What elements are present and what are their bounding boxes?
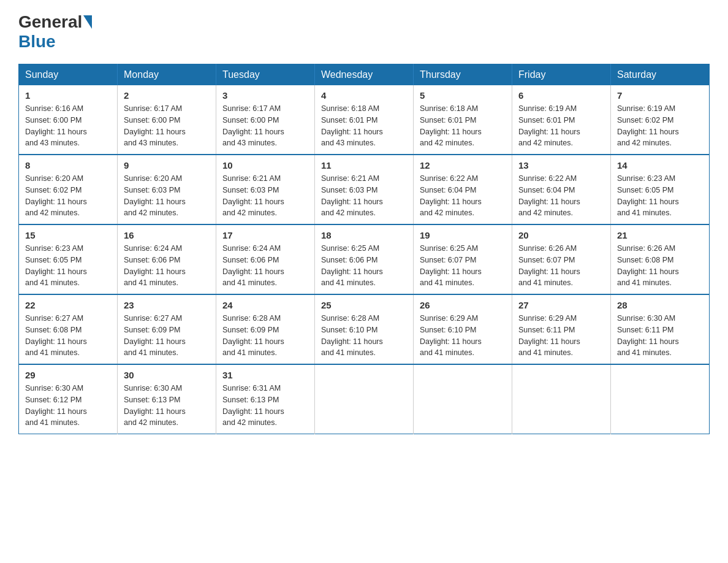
day-number: 19	[420, 230, 506, 240]
logo-general-text: General	[18, 12, 82, 32]
day-info: Sunrise: 6:30 AMSunset: 6:11 PMDaylight:…	[617, 313, 703, 359]
calendar-week-row: 22Sunrise: 6:27 AMSunset: 6:08 PMDayligh…	[19, 294, 710, 364]
calendar-week-row: 8Sunrise: 6:20 AMSunset: 6:02 PMDaylight…	[19, 155, 710, 224]
day-info: Sunrise: 6:24 AMSunset: 6:06 PMDaylight:…	[124, 243, 210, 289]
day-number: 18	[321, 230, 407, 240]
day-number: 5	[420, 90, 506, 101]
page-header: General Blue	[18, 12, 710, 52]
day-number: 8	[25, 160, 111, 170]
day-number: 6	[518, 90, 604, 101]
day-number: 11	[321, 160, 407, 170]
calendar-cell: 11Sunrise: 6:21 AMSunset: 6:03 PMDayligh…	[315, 155, 414, 224]
day-number: 7	[617, 90, 703, 101]
day-number: 23	[124, 300, 210, 310]
calendar-cell: 28Sunrise: 6:30 AMSunset: 6:11 PMDayligh…	[611, 294, 710, 364]
calendar-cell: 14Sunrise: 6:23 AMSunset: 6:05 PMDayligh…	[611, 155, 710, 224]
day-info: Sunrise: 6:18 AMSunset: 6:01 PMDaylight:…	[321, 103, 407, 149]
day-info: Sunrise: 6:25 AMSunset: 6:07 PMDaylight:…	[420, 243, 506, 289]
calendar-cell: 18Sunrise: 6:25 AMSunset: 6:06 PMDayligh…	[315, 224, 414, 294]
day-info: Sunrise: 6:28 AMSunset: 6:10 PMDaylight:…	[321, 313, 407, 359]
day-number: 31	[222, 370, 308, 380]
calendar-cell	[414, 364, 512, 434]
calendar-cell: 30Sunrise: 6:30 AMSunset: 6:13 PMDayligh…	[118, 364, 216, 434]
calendar-cell	[512, 364, 611, 434]
day-number: 3	[222, 90, 308, 101]
day-number: 28	[617, 300, 703, 310]
day-number: 16	[124, 230, 210, 240]
day-number: 13	[518, 160, 604, 170]
day-info: Sunrise: 6:19 AMSunset: 6:01 PMDaylight:…	[518, 103, 604, 149]
day-info: Sunrise: 6:19 AMSunset: 6:02 PMDaylight:…	[617, 103, 703, 149]
calendar-cell	[315, 364, 414, 434]
calendar-cell: 19Sunrise: 6:25 AMSunset: 6:07 PMDayligh…	[414, 224, 512, 294]
day-info: Sunrise: 6:18 AMSunset: 6:01 PMDaylight:…	[420, 103, 506, 149]
calendar-cell: 26Sunrise: 6:29 AMSunset: 6:10 PMDayligh…	[414, 294, 512, 364]
calendar-cell: 17Sunrise: 6:24 AMSunset: 6:06 PMDayligh…	[216, 224, 315, 294]
day-number: 29	[25, 370, 111, 380]
calendar-header-row: SundayMondayTuesdayWednesdayThursdayFrid…	[19, 64, 710, 86]
day-number: 12	[420, 160, 506, 170]
day-number: 26	[420, 300, 506, 310]
day-number: 25	[321, 300, 407, 310]
day-number: 20	[518, 230, 604, 240]
calendar-cell: 12Sunrise: 6:22 AMSunset: 6:04 PMDayligh…	[414, 155, 512, 224]
calendar-week-row: 29Sunrise: 6:30 AMSunset: 6:12 PMDayligh…	[19, 364, 710, 434]
day-info: Sunrise: 6:20 AMSunset: 6:02 PMDaylight:…	[25, 173, 111, 219]
day-number: 2	[124, 90, 210, 101]
calendar-cell	[611, 364, 710, 434]
calendar-header-tuesday: Tuesday	[216, 64, 315, 86]
calendar-cell: 20Sunrise: 6:26 AMSunset: 6:07 PMDayligh…	[512, 224, 611, 294]
calendar-header-sunday: Sunday	[19, 64, 118, 86]
day-info: Sunrise: 6:29 AMSunset: 6:10 PMDaylight:…	[420, 313, 506, 359]
day-number: 17	[222, 230, 308, 240]
calendar-week-row: 15Sunrise: 6:23 AMSunset: 6:05 PMDayligh…	[19, 224, 710, 294]
day-number: 30	[124, 370, 210, 380]
day-info: Sunrise: 6:31 AMSunset: 6:13 PMDaylight:…	[222, 383, 308, 429]
calendar-header-thursday: Thursday	[414, 64, 512, 86]
day-info: Sunrise: 6:16 AMSunset: 6:00 PMDaylight:…	[25, 103, 111, 149]
day-info: Sunrise: 6:28 AMSunset: 6:09 PMDaylight:…	[222, 313, 308, 359]
calendar-cell: 3Sunrise: 6:17 AMSunset: 6:00 PMDaylight…	[216, 85, 315, 155]
day-info: Sunrise: 6:20 AMSunset: 6:03 PMDaylight:…	[124, 173, 210, 219]
calendar-cell: 15Sunrise: 6:23 AMSunset: 6:05 PMDayligh…	[19, 224, 118, 294]
day-info: Sunrise: 6:17 AMSunset: 6:00 PMDaylight:…	[222, 103, 308, 149]
day-info: Sunrise: 6:26 AMSunset: 6:07 PMDaylight:…	[518, 243, 604, 289]
calendar-cell: 8Sunrise: 6:20 AMSunset: 6:02 PMDaylight…	[19, 155, 118, 224]
day-number: 10	[222, 160, 308, 170]
day-info: Sunrise: 6:27 AMSunset: 6:08 PMDaylight:…	[25, 313, 111, 359]
day-number: 1	[25, 90, 111, 101]
calendar-header-wednesday: Wednesday	[315, 64, 414, 86]
day-info: Sunrise: 6:17 AMSunset: 6:00 PMDaylight:…	[124, 103, 210, 149]
calendar-cell: 29Sunrise: 6:30 AMSunset: 6:12 PMDayligh…	[19, 364, 118, 434]
day-info: Sunrise: 6:30 AMSunset: 6:12 PMDaylight:…	[25, 383, 111, 429]
day-info: Sunrise: 6:21 AMSunset: 6:03 PMDaylight:…	[222, 173, 308, 219]
day-number: 24	[222, 300, 308, 310]
logo-triangle-icon	[83, 15, 92, 29]
day-number: 15	[25, 230, 111, 240]
calendar-cell: 13Sunrise: 6:22 AMSunset: 6:04 PMDayligh…	[512, 155, 611, 224]
day-info: Sunrise: 6:23 AMSunset: 6:05 PMDaylight:…	[25, 243, 111, 289]
calendar-header-monday: Monday	[118, 64, 216, 86]
calendar-cell: 27Sunrise: 6:29 AMSunset: 6:11 PMDayligh…	[512, 294, 611, 364]
day-info: Sunrise: 6:30 AMSunset: 6:13 PMDaylight:…	[124, 383, 210, 429]
day-number: 14	[617, 160, 703, 170]
calendar-cell: 16Sunrise: 6:24 AMSunset: 6:06 PMDayligh…	[118, 224, 216, 294]
calendar-cell: 4Sunrise: 6:18 AMSunset: 6:01 PMDaylight…	[315, 85, 414, 155]
calendar-cell: 10Sunrise: 6:21 AMSunset: 6:03 PMDayligh…	[216, 155, 315, 224]
logo-blue-text: Blue	[18, 32, 56, 52]
calendar-header-saturday: Saturday	[611, 64, 710, 86]
calendar-cell: 7Sunrise: 6:19 AMSunset: 6:02 PMDaylight…	[611, 85, 710, 155]
logo: General Blue	[18, 12, 93, 52]
day-info: Sunrise: 6:26 AMSunset: 6:08 PMDaylight:…	[617, 243, 703, 289]
day-number: 21	[617, 230, 703, 240]
day-number: 22	[25, 300, 111, 310]
day-info: Sunrise: 6:23 AMSunset: 6:05 PMDaylight:…	[617, 173, 703, 219]
day-number: 27	[518, 300, 604, 310]
day-info: Sunrise: 6:21 AMSunset: 6:03 PMDaylight:…	[321, 173, 407, 219]
day-info: Sunrise: 6:25 AMSunset: 6:06 PMDaylight:…	[321, 243, 407, 289]
calendar-cell: 2Sunrise: 6:17 AMSunset: 6:00 PMDaylight…	[118, 85, 216, 155]
calendar-cell: 5Sunrise: 6:18 AMSunset: 6:01 PMDaylight…	[414, 85, 512, 155]
day-info: Sunrise: 6:22 AMSunset: 6:04 PMDaylight:…	[420, 173, 506, 219]
calendar-cell: 1Sunrise: 6:16 AMSunset: 6:00 PMDaylight…	[19, 85, 118, 155]
calendar-cell: 23Sunrise: 6:27 AMSunset: 6:09 PMDayligh…	[118, 294, 216, 364]
